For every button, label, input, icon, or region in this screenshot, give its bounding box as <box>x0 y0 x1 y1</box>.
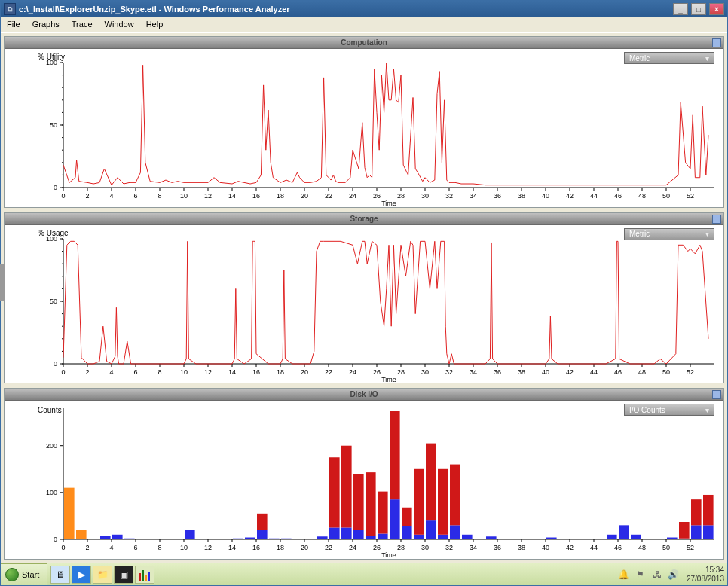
svg-rect-261 <box>703 495 714 525</box>
taskbar-item[interactable]: ▶ <box>72 566 91 584</box>
svg-text:0: 0 <box>61 192 65 200</box>
taskbar-item[interactable] <box>135 566 154 584</box>
menu-trace[interactable]: Trace <box>66 17 99 32</box>
svg-rect-220 <box>233 539 243 539</box>
panel-storage: Storage Metric 0501000246810121416182022… <box>4 212 724 384</box>
maximize-button[interactable]: □ <box>691 3 706 15</box>
svg-text:18: 18 <box>277 544 284 551</box>
svg-rect-215 <box>76 530 87 539</box>
panel-collapse-icon[interactable] <box>712 215 721 224</box>
svg-rect-231 <box>353 530 364 539</box>
taskbar: Start 🖥 ▶ 📁 ▣ 🔔 ⚑ 🖧 🔊 15:34 27/08/2013 <box>1 563 727 585</box>
svg-rect-252 <box>607 535 617 539</box>
svg-text:200: 200 <box>46 442 57 450</box>
svg-text:% Usage: % Usage <box>38 229 69 237</box>
svg-text:28: 28 <box>397 192 405 200</box>
chart-computation[interactable]: Metric 050100024681012141618202224262830… <box>5 49 723 207</box>
svg-text:6: 6 <box>133 544 137 551</box>
panel-title: Computation <box>341 38 387 47</box>
tray-network-icon[interactable]: 🖧 <box>650 568 664 581</box>
svg-text:50: 50 <box>50 298 57 305</box>
svg-text:26: 26 <box>373 544 381 551</box>
menu-window[interactable]: Window <box>99 17 140 32</box>
app-icon: ⧉ <box>4 3 16 15</box>
svg-text:0: 0 <box>54 536 57 543</box>
svg-text:22: 22 <box>325 544 332 551</box>
svg-text:50: 50 <box>50 121 57 129</box>
panel-header[interactable]: Storage <box>5 213 723 225</box>
svg-text:Time: Time <box>381 200 396 207</box>
svg-text:34: 34 <box>470 192 477 200</box>
tray-flag-icon[interactable]: ⚑ <box>634 568 647 581</box>
svg-text:18: 18 <box>277 192 284 200</box>
svg-text:38: 38 <box>518 368 525 376</box>
clock[interactable]: 15:34 27/08/2013 <box>687 566 724 584</box>
svg-text:46: 46 <box>614 192 622 200</box>
chart-dropdown-iocounts[interactable]: I/O Counts <box>624 404 714 416</box>
svg-rect-222 <box>257 530 268 539</box>
close-button[interactable]: × <box>709 3 724 15</box>
svg-text:26: 26 <box>373 368 381 376</box>
svg-text:20: 20 <box>301 544 308 551</box>
svg-rect-238 <box>390 411 400 499</box>
svg-text:26: 26 <box>373 192 381 200</box>
svg-text:30: 30 <box>421 192 429 200</box>
svg-text:Time: Time <box>381 376 396 383</box>
svg-text:20: 20 <box>301 192 308 200</box>
panel-computation: Computation Metric 050100024681012141618… <box>4 36 724 208</box>
svg-text:8: 8 <box>158 544 161 551</box>
svg-rect-218 <box>124 539 135 539</box>
svg-rect-257 <box>679 522 690 539</box>
start-button[interactable]: Start <box>0 563 47 586</box>
svg-text:42: 42 <box>566 192 574 200</box>
svg-text:10: 10 <box>180 192 188 200</box>
chart-dropdown-metric[interactable]: Metric <box>624 228 714 240</box>
panel-header[interactable]: Disk I/O <box>5 389 723 401</box>
menu-file[interactable]: File <box>1 17 26 32</box>
svg-rect-264 <box>145 575 147 581</box>
svg-text:4: 4 <box>109 544 113 551</box>
minimize-button[interactable]: _ <box>673 3 688 15</box>
svg-text:10: 10 <box>180 544 188 551</box>
svg-text:50: 50 <box>662 368 670 376</box>
svg-text:6: 6 <box>133 192 137 200</box>
svg-text:24: 24 <box>349 192 356 200</box>
panel-header[interactable]: Computation <box>5 37 723 49</box>
svg-text:12: 12 <box>204 192 212 200</box>
svg-text:14: 14 <box>228 192 236 200</box>
svg-rect-232 <box>353 474 364 530</box>
chart-storage[interactable]: Metric 050100024681012141618202224262830… <box>5 225 723 383</box>
svg-rect-242 <box>414 469 424 535</box>
chart-dropdown-metric[interactable]: Metric <box>624 52 714 64</box>
svg-text:28: 28 <box>397 544 405 551</box>
taskbar-item[interactable]: ▣ <box>114 566 133 584</box>
svg-text:10: 10 <box>180 368 188 376</box>
svg-text:22: 22 <box>325 192 332 200</box>
windows-orb-icon <box>5 568 19 581</box>
svg-text:44: 44 <box>590 544 598 551</box>
svg-text:4: 4 <box>109 368 113 376</box>
svg-text:18: 18 <box>277 368 284 376</box>
svg-rect-240 <box>402 508 412 526</box>
chart-diskio[interactable]: I/O Counts 01002000246810121416182022242… <box>5 401 723 559</box>
svg-rect-233 <box>366 536 376 539</box>
svg-text:22: 22 <box>325 368 332 376</box>
svg-text:34: 34 <box>470 544 477 551</box>
taskbar-item[interactable]: 🖥 <box>50 566 70 584</box>
svg-rect-239 <box>402 526 412 539</box>
tray-icon[interactable]: 🔔 <box>617 568 631 581</box>
taskbar-item[interactable]: 📁 <box>93 566 112 584</box>
menu-graphs[interactable]: Graphs <box>26 17 66 32</box>
menu-help[interactable]: Help <box>140 17 170 32</box>
svg-text:8: 8 <box>158 368 161 376</box>
svg-rect-227 <box>329 528 340 540</box>
svg-text:14: 14 <box>228 544 236 551</box>
tray-sound-icon[interactable]: 🔊 <box>667 568 681 581</box>
svg-rect-241 <box>414 535 424 539</box>
panel-collapse-icon[interactable] <box>712 390 721 399</box>
svg-text:8: 8 <box>158 192 161 200</box>
svg-rect-251 <box>546 538 557 539</box>
svg-text:46: 46 <box>614 368 622 376</box>
panel-collapse-icon[interactable] <box>712 38 721 47</box>
svg-rect-260 <box>703 526 714 540</box>
